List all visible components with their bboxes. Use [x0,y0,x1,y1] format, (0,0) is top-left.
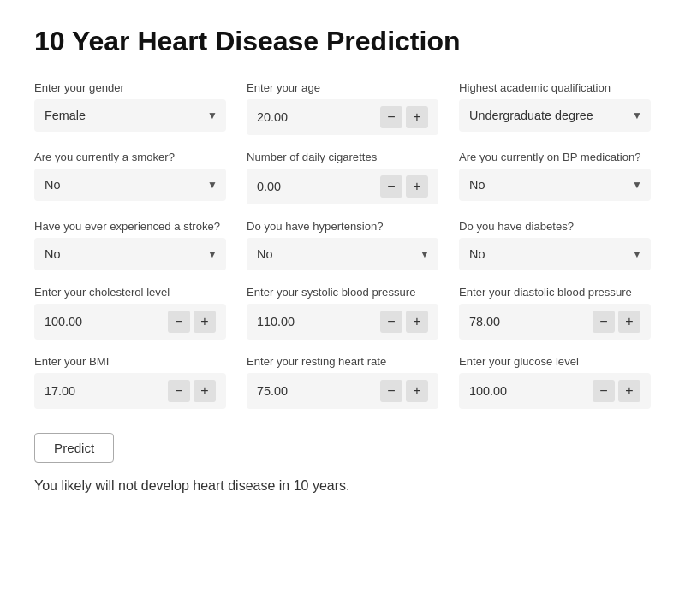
decrement-button-diastolic_bp[interactable]: − [593,311,615,333]
result-text: You likely will not develop heart diseas… [34,478,651,494]
increment-button-bmi[interactable]: + [194,380,216,402]
label-systolic_bp: Enter your systolic blood pressure [247,286,438,299]
number-value-bmi: 17.00 [45,384,164,398]
label-bmi: Enter your BMI [34,355,226,368]
select-gender[interactable]: MaleFemale [45,109,216,122]
field-cholesterol: Enter your cholesterol level100.00−+ [34,286,226,340]
number-input-age: 20.00−+ [247,99,438,135]
increment-button-cholesterol[interactable]: + [194,311,216,333]
select-education[interactable]: High schoolSome collegeUndergraduate deg… [469,109,640,122]
label-cholesterol: Enter your cholesterol level [34,286,226,299]
label-stroke: Have you ever experienced a stroke? [34,220,226,233]
select-stroke[interactable]: NoYes [45,247,216,261]
field-systolic_bp: Enter your systolic blood pressure110.00… [247,286,438,340]
select-wrapper-stroke: NoYes▼ [34,238,226,270]
fields-grid: Enter your genderMaleFemale▼Enter your a… [34,81,651,409]
field-diastolic_bp: Enter your diastolic blood pressure78.00… [459,286,651,340]
number-input-cigarettes: 0.00−+ [247,169,438,204]
decrement-button-systolic_bp[interactable]: − [380,311,402,333]
label-glucose: Enter your glucose level [459,355,651,368]
field-bmi: Enter your BMI17.00−+ [34,355,226,409]
select-wrapper-education: High schoolSome collegeUndergraduate deg… [459,99,651,132]
label-bp_medication: Are you currently on BP medication? [459,151,651,163]
field-cigarettes: Number of daily cigarettes0.00−+ [247,151,438,204]
number-input-systolic_bp: 110.00−+ [247,304,438,340]
select-wrapper-smoker: NoYes▼ [34,169,226,201]
field-education: Highest academic qualificationHigh schoo… [459,81,651,135]
label-hypertension: Do you have hypertension? [247,220,438,233]
decrement-button-heart_rate[interactable]: − [380,380,402,402]
increment-button-cigarettes[interactable]: + [406,175,428,198]
decrement-button-age[interactable]: − [380,106,402,128]
increment-button-systolic_bp[interactable]: + [406,311,428,333]
decrement-button-bmi[interactable]: − [168,380,190,402]
increment-button-age[interactable]: + [406,106,428,128]
field-bp_medication: Are you currently on BP medication?NoYes… [459,151,651,204]
select-diabetes[interactable]: NoYes [469,247,640,261]
number-value-cholesterol: 100.00 [45,315,164,329]
field-hypertension: Do you have hypertension?NoYes▼ [247,220,438,270]
field-glucose: Enter your glucose level100.00−+ [459,355,651,409]
select-wrapper-hypertension: NoYes▼ [247,238,438,270]
field-stroke: Have you ever experienced a stroke?NoYes… [34,220,226,270]
number-input-heart_rate: 75.00−+ [247,373,438,409]
increment-button-diastolic_bp[interactable]: + [618,311,640,333]
decrement-button-cholesterol[interactable]: − [168,311,190,333]
label-smoker: Are you currently a smoker? [34,151,226,163]
number-input-diastolic_bp: 78.00−+ [459,304,651,340]
select-hypertension[interactable]: NoYes [257,247,428,261]
select-wrapper-gender: MaleFemale▼ [34,99,226,132]
predict-button[interactable]: Predict [34,433,114,463]
number-value-systolic_bp: 110.00 [257,315,377,329]
label-heart_rate: Enter your resting heart rate [247,355,438,368]
field-smoker: Are you currently a smoker?NoYes▼ [34,151,226,204]
decrement-button-cigarettes[interactable]: − [380,175,402,198]
page-title: 10 Year Heart Disease Prediction [34,26,651,57]
number-value-glucose: 100.00 [469,384,589,398]
field-gender: Enter your genderMaleFemale▼ [34,81,226,135]
label-diabetes: Do you have diabetes? [459,220,651,233]
label-gender: Enter your gender [34,81,226,94]
select-wrapper-diabetes: NoYes▼ [459,238,651,270]
field-diabetes: Do you have diabetes?NoYes▼ [459,220,651,270]
decrement-button-glucose[interactable]: − [593,380,615,402]
number-value-heart_rate: 75.00 [257,384,377,398]
number-input-bmi: 17.00−+ [34,373,226,409]
increment-button-heart_rate[interactable]: + [406,380,428,402]
label-age: Enter your age [247,81,438,94]
field-age: Enter your age20.00−+ [247,81,438,135]
number-value-age: 20.00 [257,110,377,124]
label-diastolic_bp: Enter your diastolic blood pressure [459,286,651,299]
select-wrapper-bp_medication: NoYes▼ [459,169,651,201]
label-education: Highest academic qualification [459,81,651,94]
number-value-diastolic_bp: 78.00 [469,315,589,329]
number-input-cholesterol: 100.00−+ [34,304,226,340]
field-heart_rate: Enter your resting heart rate75.00−+ [247,355,438,409]
number-input-glucose: 100.00−+ [459,373,651,409]
select-bp_medication[interactable]: NoYes [469,178,640,192]
number-value-cigarettes: 0.00 [257,180,377,193]
increment-button-glucose[interactable]: + [618,380,640,402]
select-smoker[interactable]: NoYes [45,178,216,192]
label-cigarettes: Number of daily cigarettes [247,151,438,163]
